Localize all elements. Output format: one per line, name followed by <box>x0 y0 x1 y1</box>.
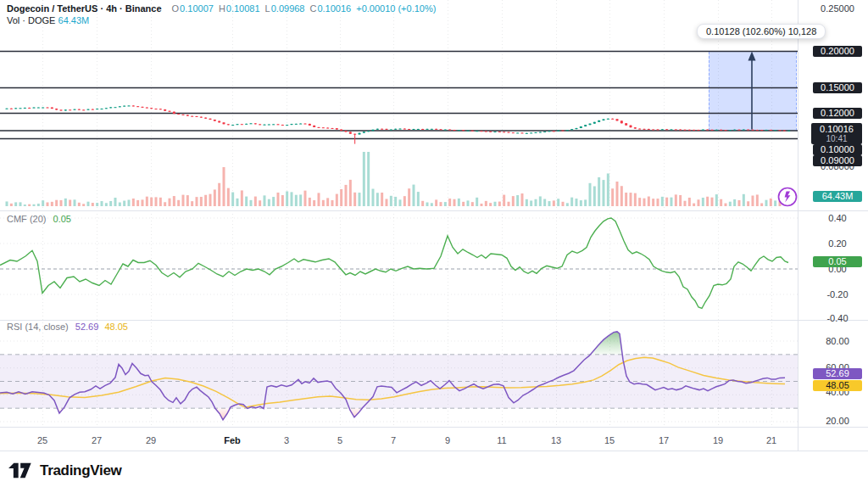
price-axis-label: 0.15000 <box>813 82 862 93</box>
time-axis-label: 3 <box>284 435 289 445</box>
time-axis-label: 15 <box>604 435 615 445</box>
lightning-icon[interactable] <box>776 186 798 211</box>
price-axis-label: -0.40 <box>813 313 862 324</box>
price-axis-label: 0.20 <box>813 238 862 249</box>
price-legend: Dogecoin / TetherUS · 4h · BinanceO0.100… <box>7 3 436 14</box>
price-axis-label: 0.12000 <box>813 108 862 119</box>
volume-label[interactable]: Vol · DOGE <box>7 15 55 25</box>
bar-countdown: 10:41 <box>811 134 862 143</box>
volume-legend: Vol · DOGE 64.43M <box>7 14 89 26</box>
volume-layer <box>6 152 782 206</box>
tradingview-mark-icon <box>8 462 34 479</box>
time-axis-label: 21 <box>766 435 776 445</box>
time-axis-label: Feb <box>224 435 241 445</box>
time-axis-label: 17 <box>659 435 669 445</box>
current-price-label: 0.10016 10:41 <box>811 123 862 144</box>
price-axis-label: 0.40 <box>813 213 862 224</box>
price-axis-label: 48.05 <box>813 380 862 391</box>
rsi-value: 52.69 <box>75 322 99 332</box>
rsi-indicator <box>0 332 798 420</box>
ohlc-c-label: C <box>309 3 316 14</box>
tradingview-logo-text: TradingView <box>40 462 122 479</box>
price-axis-label: -0.20 <box>813 289 862 300</box>
ohlc-o-label: O <box>172 3 180 14</box>
price-axis-label: 0.05 <box>813 256 862 267</box>
current-price: 0.10016 <box>811 124 862 134</box>
cmf-legend: CMF (20) 0.05 <box>7 213 71 225</box>
change-value: +0.00010 (+0.10%) <box>356 3 436 14</box>
ohlc-o-value: 0.10007 <box>180 3 214 14</box>
cmf-title[interactable]: CMF (20) <box>7 214 46 224</box>
price-axis-label: 0.09000 <box>813 155 862 166</box>
rsi-title[interactable]: RSI (14, close) <box>7 322 69 332</box>
price-axis-label: 0.10000 <box>813 144 862 155</box>
ohlc-h-label: H <box>219 3 225 14</box>
price-axis-label: 20.00 <box>813 416 862 427</box>
measure-tooltip: 0.10128 (102.60%) 10,128 <box>697 24 826 39</box>
time-axis-label: 5 <box>337 435 342 445</box>
measure-arrow <box>748 52 756 130</box>
cmf-value: 0.05 <box>53 214 71 224</box>
time-axis-label: 11 <box>497 435 506 445</box>
tradingview-chart: Dogecoin / TetherUS · 4h · BinanceO0.100… <box>0 0 868 487</box>
time-axis-label: 13 <box>551 435 561 445</box>
price-axis-label: 52.69 <box>813 368 862 379</box>
price-axis-label: 0.20000 <box>813 46 862 57</box>
time-axis-label: 19 <box>713 435 723 445</box>
price-level-lines[interactable] <box>0 52 798 139</box>
volume-value: 64.43M <box>58 15 90 25</box>
price-axis-label: 80.00 <box>813 336 862 347</box>
ohlc-l-value: 0.09968 <box>271 3 305 14</box>
cmf-indicator <box>0 218 798 309</box>
price-axis-label: 64.43M <box>813 191 862 202</box>
time-axis-label: 25 <box>37 435 47 445</box>
ohlc-h-value: 0.10081 <box>226 3 260 14</box>
rsi-legend: RSI (14, close) 52.69 48.05 <box>7 321 128 333</box>
time-axis-label: 9 <box>445 435 450 445</box>
time-axis-label: 29 <box>146 435 156 445</box>
time-axis-label: 27 <box>92 435 102 445</box>
ohlc-l-label: L <box>265 3 270 14</box>
rsi-ma-value: 48.05 <box>104 322 128 332</box>
tradingview-logo[interactable]: TradingView <box>8 462 122 479</box>
ohlc-c-value: 0.10016 <box>317 3 351 14</box>
chart-canvas[interactable] <box>0 0 868 487</box>
price-axis-label: 0.25000 <box>813 3 862 14</box>
time-axis-label: 7 <box>391 435 396 445</box>
symbol-title[interactable]: Dogecoin / TetherUS · 4h · Binance <box>7 3 162 14</box>
